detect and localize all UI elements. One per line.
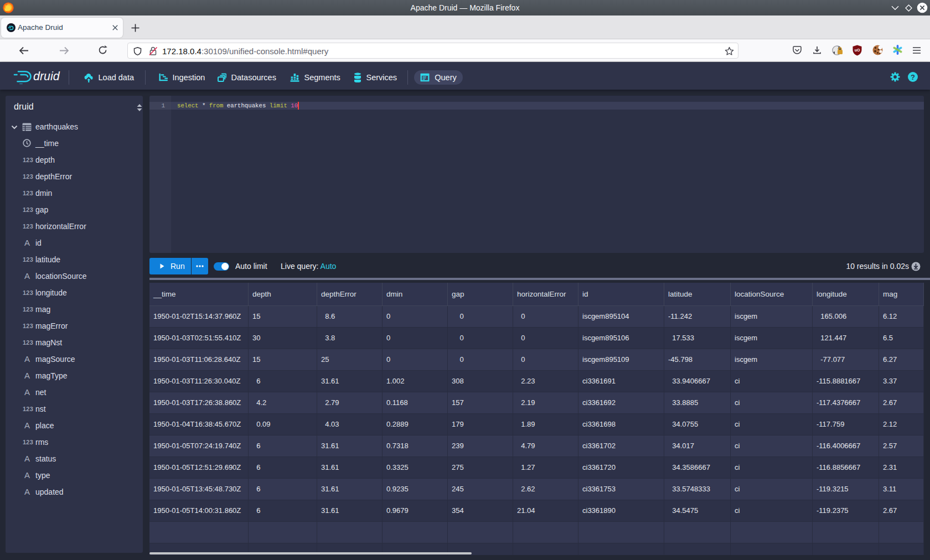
svg-text:uO: uO: [855, 48, 860, 52]
svg-text:?: ?: [911, 73, 915, 81]
